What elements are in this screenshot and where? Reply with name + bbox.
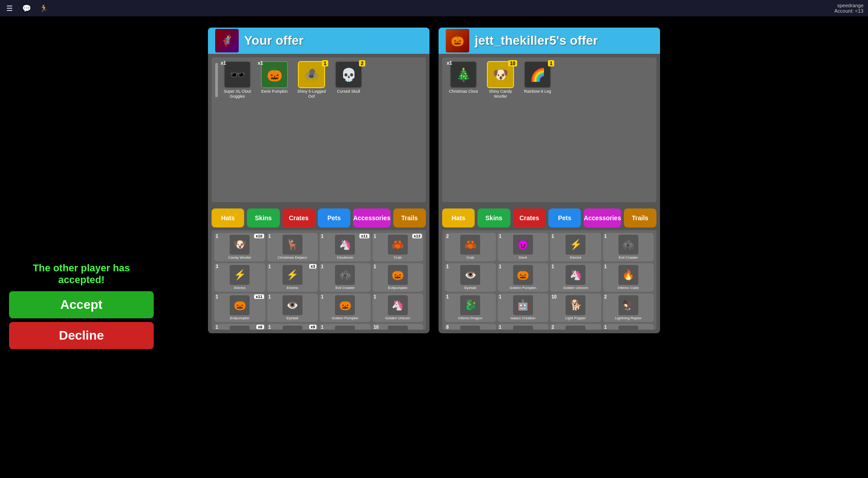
pet-qty: 1 — [499, 264, 502, 269]
list-item[interactable]: 2 🦅 Lightning Raptor — [603, 293, 654, 322]
pet-name: Crab — [394, 256, 401, 260]
pet-icon: 🎃 — [335, 295, 355, 315]
list-item[interactable]: 1 🦄 Noobicorn — [498, 324, 549, 330]
their-tab-skins[interactable]: Skins — [477, 208, 510, 227]
list-item[interactable]: 10 🐕 Light Pupper — [550, 293, 601, 322]
item-label: Rainbow 8 Leg — [524, 89, 551, 94]
offer-item[interactable]: 1 🌈 Rainbow 8 Leg — [520, 61, 555, 99]
pet-qty: 1 — [269, 234, 271, 239]
pet-icon: 🕷️ — [618, 235, 638, 255]
your-tab-pets[interactable]: Pets — [318, 208, 350, 227]
account-info: speedrange Account: <13 — [834, 3, 863, 14]
list-item[interactable]: 1 👁️ Eyeball — [267, 293, 318, 322]
offer-item[interactable]: x1 🎄 Christmas Clout — [446, 61, 481, 99]
list-item[interactable]: 1 🤖 Isaacs Creation — [498, 293, 549, 322]
list-item[interactable]: 1 🕷️ Evil Crawler — [320, 263, 371, 292]
your-tab-trails[interactable]: Trails — [393, 208, 426, 227]
their-tab-pets[interactable]: Pets — [548, 208, 581, 227]
list-item[interactable]: 1 x13 🦀 Crab — [373, 233, 424, 261]
list-item[interactable]: 1 🐉 Inferno Dragon — [445, 293, 496, 322]
pet-icon: 🤖 — [513, 295, 533, 315]
list-item[interactable]: 1 x11 🦄 Clouticorn — [320, 233, 371, 261]
pet-qty: 1 — [269, 294, 271, 299]
list-item[interactable]: 1 😈 Devil — [498, 233, 549, 261]
pet-qty: 10 — [374, 325, 379, 330]
their-offer-header: 🎃 jett_thekiller5's offer — [439, 28, 660, 54]
pet-icon: 🦀 — [388, 235, 408, 255]
list-item[interactable]: 1 🔥 Inferno Cube — [603, 263, 654, 292]
their-tab-crates[interactable]: Crates — [513, 208, 546, 227]
pet-stack: x6 — [256, 325, 264, 329]
pet-name: Clouticorn — [337, 256, 353, 260]
list-item[interactable]: 1 🦄 Golden Unicorn — [550, 263, 601, 292]
your-tab-crates[interactable]: Crates — [283, 208, 315, 227]
pet-name: Golden Pumpkin — [509, 286, 536, 290]
list-item[interactable]: 1 🦄 Golden Unicorn — [373, 293, 424, 322]
pet-name: Electra — [570, 256, 581, 260]
your-tab-skins[interactable]: Skins — [247, 208, 279, 227]
list-item[interactable]: 10 🤖 Isaacs Creation — [373, 324, 424, 330]
pet-icon: 🎉 — [618, 326, 638, 330]
item-count: x1 — [447, 60, 452, 66]
pet-name: Evil Crawler — [618, 256, 638, 260]
their-tab-accessories[interactable]: Accessories — [584, 208, 621, 227]
item-label: Shiny Candy Woofer — [483, 89, 518, 99]
pet-qty: 1 — [216, 294, 218, 299]
list-item[interactable]: 1 🦌 Christmas Deijaco — [267, 233, 318, 261]
item-label: Super XL Clout Goggles — [220, 89, 255, 99]
list-item[interactable]: 2 🐶 Oof Doggo — [550, 324, 601, 330]
your-offer-scrollbar[interactable] — [215, 63, 218, 97]
list-item[interactable]: 8 🦇 Night Dweller — [445, 324, 496, 330]
list-item[interactable]: 1 🎉 Party Pet — [603, 324, 654, 330]
pet-icon: 🎃 — [230, 295, 250, 315]
item-icon: 🕶️ — [224, 61, 251, 88]
list-item[interactable]: 1 x10 🐶 Candy Woofer — [214, 233, 265, 261]
your-tab-accessories[interactable]: Accessories — [353, 208, 391, 227]
your-tab-hats[interactable]: Hats — [212, 208, 244, 227]
pet-icon: 🐶 — [230, 235, 250, 255]
list-item[interactable]: 1 x3 ⚡ Electra — [267, 263, 318, 292]
offer-item[interactable]: 1 🕷️ Shiny 5-Legged Oof — [294, 61, 329, 99]
list-item[interactable]: 1 ⚡ Electra — [550, 233, 601, 261]
list-item[interactable]: 1 👁️ Eyeball — [445, 263, 496, 292]
list-item[interactable]: 1 🕷️ Evil Crawler — [603, 233, 654, 261]
pet-icon: 🦄 — [388, 295, 408, 315]
list-item[interactable]: 1 x9 🐉 Inferno Dragon — [267, 324, 318, 330]
list-item[interactable]: 1 🎃 Evilpumpkin — [373, 263, 424, 292]
your-offer-title: Your offer — [244, 33, 304, 48]
pet-qty: 1 — [321, 294, 324, 299]
their-tab-trails[interactable]: Trails — [624, 208, 656, 227]
pet-qty: 1 — [269, 325, 271, 330]
list-item[interactable]: 3 ⚡ Electra — [214, 263, 265, 292]
item-icon: 🎄 — [450, 61, 477, 88]
pet-name: Christmas Deijaco — [278, 256, 307, 260]
pet-icon: 👁️ — [283, 295, 302, 315]
offer-item[interactable]: x1 🎃 Eerie Pumpkin — [257, 61, 292, 99]
list-item[interactable]: 1 🎃 Golden Pumpkin — [498, 263, 549, 292]
list-item[interactable]: 1 x6 🔥 Inferno Cube — [214, 324, 265, 330]
list-item[interactable]: 1 🎃 Golden Pumpkin — [320, 293, 371, 322]
pet-name: Evil Crawler — [335, 286, 355, 290]
item-label: Eerie Pumpkin — [261, 89, 288, 94]
list-item[interactable]: 1 x11 🎃 Evilpumpkin — [214, 293, 265, 322]
pet-icon: 🦄 — [566, 265, 585, 285]
pet-name: Candy Woofer — [228, 256, 251, 260]
pet-icon: 🦄 — [513, 326, 533, 330]
offer-item[interactable]: x1 🕶️ Super XL Clout Goggles — [220, 61, 255, 99]
menu-icon[interactable]: ☰ — [5, 3, 14, 13]
chat-icon[interactable]: 💬 — [22, 3, 32, 13]
offer-item[interactable]: 2 💀 Cursed Skull — [331, 61, 366, 99]
item-icon: 🎃 — [261, 61, 288, 88]
pet-stack: x13 — [412, 234, 422, 238]
list-item[interactable]: 2 🦀 Crab — [445, 233, 496, 261]
pet-stack: x3 — [309, 264, 316, 269]
character-icon[interactable]: 🏃 — [39, 3, 49, 13]
list-item[interactable]: 1 🐉 Inferno Dragon — [320, 324, 371, 330]
pet-name: Golden Pumpkin — [332, 316, 359, 320]
pet-qty: 1 — [321, 325, 324, 330]
pet-qty: 10 — [552, 294, 557, 299]
their-tab-hats[interactable]: Hats — [442, 208, 475, 227]
pet-icon: 🦄 — [335, 235, 355, 255]
offer-item[interactable]: 10 🐶 Shiny Candy Woofer — [483, 61, 518, 99]
pet-icon: 😈 — [513, 235, 533, 255]
